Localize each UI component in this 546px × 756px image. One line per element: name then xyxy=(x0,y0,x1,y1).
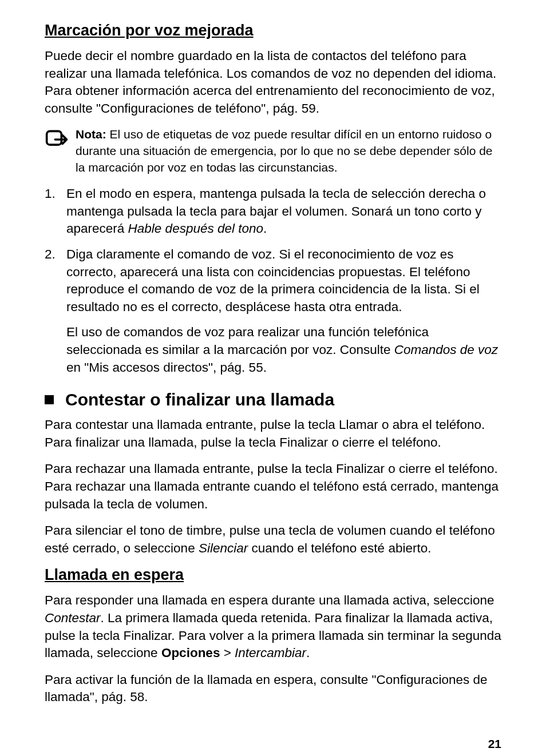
para-italic: Silenciar xyxy=(199,541,248,555)
para-text: > xyxy=(220,646,235,660)
paragraph: Para responder una llamada en espera dur… xyxy=(45,592,501,662)
para-bold: Opciones xyxy=(161,646,220,660)
para-italic: Intercambiar xyxy=(235,646,306,660)
heading-call-waiting: Llamada en espera xyxy=(45,566,501,584)
note-block: Nota: El uso de etiquetas de voz puede r… xyxy=(45,126,501,176)
paragraph: Para rechazar una llamada entrante, puls… xyxy=(45,460,501,513)
para-text: Para responder una llamada en espera dur… xyxy=(45,593,494,607)
heading-voice-dialing: Marcación por voz mejorada xyxy=(45,22,501,39)
step-text: El uso de comandos de voz para realizar … xyxy=(66,325,429,357)
step-text: en "Mis accesos directos", pág. 55. xyxy=(66,360,267,375)
paragraph: Para contestar una llamada entrante, pul… xyxy=(45,416,501,451)
svg-rect-0 xyxy=(47,132,62,145)
step-1: En el modo en espera, mantenga pulsada l… xyxy=(45,185,501,238)
heading-text: Contestar o finalizar una llamada xyxy=(65,390,334,409)
paragraph: Puede decir el nombre guardado en la lis… xyxy=(45,47,501,117)
para-text: . xyxy=(306,646,310,660)
note-body: El uso de etiquetas de voz puede resulta… xyxy=(76,128,493,174)
page-number: 21 xyxy=(45,737,501,751)
para-italic: Contestar xyxy=(45,611,101,625)
steps-list: En el modo en espera, mantenga pulsada l… xyxy=(45,185,501,376)
step-sub: El uso de comandos de voz para realizar … xyxy=(66,324,501,376)
note-text: Nota: El uso de etiquetas de voz puede r… xyxy=(76,126,501,176)
heading-answer-end-call: Contestar o finalizar una llamada xyxy=(45,390,501,409)
paragraph: Para silenciar el tono de timbre, pulse … xyxy=(45,522,501,557)
step-2: Diga claramente el comando de voz. Si el… xyxy=(45,246,501,376)
step-text: . xyxy=(263,221,267,236)
step-italic: Comandos de voz xyxy=(394,343,498,357)
square-bullet-icon xyxy=(45,395,54,404)
step-text: Diga claramente el comando de voz. Si el… xyxy=(66,247,480,314)
step-italic: Hable después del tono xyxy=(128,221,263,236)
document-page: Marcación por voz mejorada Puede decir e… xyxy=(0,0,546,756)
para-text: cuando el teléfono esté abierto. xyxy=(248,541,431,555)
paragraph: Para activar la función de la llamada en… xyxy=(45,671,501,706)
note-label: Nota: xyxy=(76,128,106,141)
note-icon xyxy=(45,129,72,153)
